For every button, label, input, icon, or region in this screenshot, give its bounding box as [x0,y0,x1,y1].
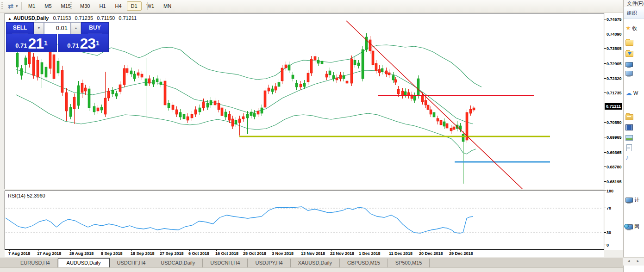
star-icon: ★ [625,25,631,31]
explorer-item[interactable] [625,123,633,131]
explorer-item-label: 网 [634,223,639,230]
explorer-item[interactable]: ☁W [625,89,638,97]
explorer-item[interactable] [625,38,633,46]
documents-icon [626,144,632,151]
explorer-item[interactable]: 计 [625,196,639,204]
explorer-item[interactable] [625,134,633,142]
descending-trendline[interactable] [346,21,523,189]
chart-tab-usdcnh[interactable]: USDCNH,H4 [203,259,248,267]
explorer-item[interactable]: ♪ [625,153,629,161]
price-axis-label: 0.72905 [606,62,622,66]
scroll-left-icon[interactable]: ◄ [627,259,631,263]
buy-price-big: 23 [80,37,95,50]
rsi-label: RSI(14) 52.3960 [8,193,45,198]
date-axis-label: 1 Dec 2018 [359,251,381,256]
explorer-item[interactable] [625,143,632,152]
chart-tab-audusd[interactable]: AUDUSD,Daily [58,258,110,268]
lot-size-input[interactable]: 0.01 [44,22,71,34]
price-axis-label: 0.68780 [606,165,622,169]
sell-button[interactable]: SELL [6,22,34,34]
main-chart-area[interactable]: ▲AUDUSD,Daily 0.71153 0.71235 0.71150 0.… [5,13,604,189]
chart-tab-usdcad[interactable]: USDCAD,Daily [153,259,203,267]
timeframe-button-h4[interactable]: H4 [111,1,125,11]
date-axis-label: 16 Oct 2018 [215,251,238,256]
chart-tab-usdjpy[interactable]: USDJPY,H4 [248,259,290,267]
sell-price-display[interactable]: 0.71 21 1 [6,34,57,52]
explorer-item-label: 收 [632,25,638,32]
timeframe-button-m5[interactable]: M5 [40,1,56,11]
sell-price-sup: 1 [44,34,48,52]
sell-price-big: 21 [28,37,44,50]
explorer-item-label: W [633,90,638,96]
toolbar-separator [21,2,22,10]
buy-price-small: 0.71 [67,41,79,50]
library-icon [625,114,633,120]
chart-tab-usdchf[interactable]: USDCHF,H4 [110,259,154,267]
metatrader-window: ⇄ ▾ M1M5M15M30H1H4D1W1MN ▲AUDUSD,Daily 0… [0,0,644,272]
folder-icon [625,40,633,46]
rsi-chart[interactable] [5,191,604,249]
toolbar: ⇄ ▾ M1M5M15M30H1H4D1W1MN [0,0,623,13]
date-axis-label: 3 Nov 2018 [272,251,294,256]
new-order-icon[interactable]: ⇄ [6,2,15,10]
price-axis-label: 0.69965 [606,135,622,140]
lot-decrease-button[interactable]: ▼ [34,22,44,34]
rsi-line [6,207,473,233]
rsi-axis-label: 0 [606,243,609,247]
lot-increase-button[interactable]: ▲ [71,22,81,34]
symbol-title: AUDUSD,Daily [13,15,49,21]
collapse-icon[interactable]: ▲ [8,17,12,21]
ohlc-high: 0.71235 [75,15,93,21]
recent-places-icon [625,71,633,76]
timeframe-button-h1[interactable]: H1 [95,1,110,11]
date-axis-label: 18 Sep 2018 [131,251,155,256]
rsi-indicator-panel[interactable]: RSI(14) 52.3960 [5,191,604,250]
timeframe-button-d1[interactable]: D1 [127,1,142,11]
rsi-axis-label: 100 [606,189,613,193]
explorer-overlay-window: 文件(F) 组织 ★收☁W♪计网 [623,0,644,272]
toolbar-grip[interactable] [1,2,3,10]
timeframe-button-m30[interactable]: M30 [76,1,94,11]
price-axis[interactable]: 0.746750.740900.735050.729050.723200.717… [605,13,623,250]
price-axis-label: 0.70550 [606,120,622,125]
chart-tab-sp500[interactable]: SP500,M15 [388,259,430,267]
explorer-organize-button[interactable]: 组织 [624,7,644,19]
price-axis-label: 0.72320 [606,76,622,81]
timeframe-button-w1[interactable]: W1 [143,1,159,11]
ohlc-open: 0.71153 [53,15,71,21]
buy-price-display[interactable]: 0.71 23 1 [58,34,109,52]
timeframe-button-m15[interactable]: M15 [57,1,75,11]
explorer-item[interactable] [625,112,633,121]
pictures-icon [625,135,633,141]
date-axis-label: 29 Aug 2018 [69,251,94,256]
explorer-item-label: 计 [634,197,639,204]
chart-tab-xauusd[interactable]: XAUUSD,Daily [291,259,340,267]
explorer-item[interactable] [625,49,633,57]
chart-tab-eurusd[interactable]: EURUSD,H4 [13,259,58,267]
explorer-item[interactable] [625,60,633,68]
timeframe-button-m1[interactable]: M1 [24,1,39,11]
date-axis-label: 20 Dec 2018 [419,251,443,256]
chart-tab-gbpusd[interactable]: GBPUSD,M15 [340,259,388,267]
explorer-item[interactable] [625,69,633,77]
current-price-badge: 0.71211 [605,103,622,110]
explorer-file-menu[interactable]: 文件(F) [624,0,644,7]
date-axis-label: 17 Aug 2018 [37,251,61,256]
chevron-down-icon[interactable]: ▾ [16,4,18,8]
scroll-right-icon[interactable]: ► [636,259,640,263]
date-axis[interactable]: 7 Aug 201817 Aug 201829 Aug 20188 Sep 20… [5,250,604,257]
date-axis-label: 7 Aug 2018 [8,251,30,256]
date-axis-label: 27 Sep 2018 [160,251,184,256]
date-axis-label: 13 Nov 2018 [301,251,325,256]
buy-button[interactable]: BUY [81,22,109,34]
explorer-item[interactable]: 网 [625,223,639,231]
date-axis-label: 11 Dec 2018 [389,251,413,256]
timeframe-button-mn[interactable]: MN [159,1,175,11]
date-axis-label: 8 Sep 2018 [101,251,123,256]
explorer-hscrollbar[interactable]: ◄ ► [623,257,644,266]
price-axis-label: 0.73505 [606,46,622,51]
candles-layer [16,33,475,184]
explorer-item[interactable]: ★收 [625,24,638,32]
date-axis-label: 29 Dec 2018 [449,251,473,256]
buy-price-sup: 1 [96,34,100,52]
